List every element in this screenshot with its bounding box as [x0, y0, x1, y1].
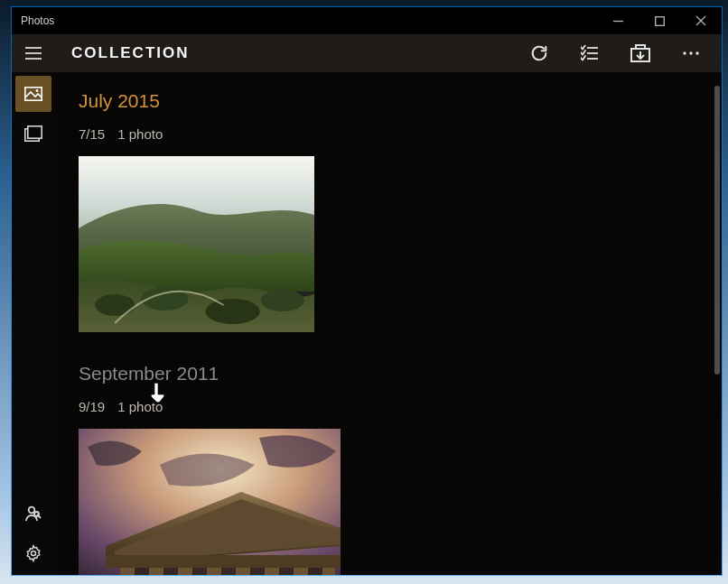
minimize-button[interactable] [597, 7, 639, 34]
photo-thumbnail[interactable] [79, 429, 341, 575]
svg-rect-19 [28, 126, 42, 138]
scrollbar-thumb[interactable] [714, 86, 720, 375]
svg-rect-1 [655, 16, 664, 25]
svg-point-27 [206, 299, 260, 324]
svg-rect-34 [149, 568, 163, 575]
svg-rect-44 [221, 568, 236, 575]
group-date: 9/19 [79, 399, 105, 414]
window-title: Photos [21, 14, 597, 27]
svg-rect-11 [636, 45, 645, 49]
svg-rect-36 [207, 568, 221, 575]
month-heading[interactable]: July 2015 [79, 90, 698, 112]
nav-sidebar [12, 72, 55, 575]
svg-rect-38 [265, 568, 279, 575]
svg-point-25 [95, 294, 135, 316]
svg-point-20 [29, 507, 35, 514]
svg-point-17 [36, 89, 39, 92]
maximize-button[interactable] [639, 7, 680, 34]
refresh-button[interactable] [514, 35, 565, 71]
svg-point-28 [261, 290, 304, 311]
hamburger-icon[interactable] [12, 34, 55, 72]
svg-point-14 [689, 51, 692, 54]
content-area: July 2015 7/151 photo [55, 72, 722, 575]
nav-sign-in[interactable] [15, 496, 51, 532]
svg-rect-41 [135, 568, 149, 575]
group-count: 1 photo [117, 399, 163, 414]
svg-rect-32 [106, 555, 341, 568]
nav-collection[interactable] [15, 76, 51, 112]
svg-rect-42 [163, 568, 178, 575]
svg-rect-39 [294, 568, 308, 575]
svg-point-23 [32, 552, 36, 556]
svg-rect-35 [178, 568, 192, 575]
svg-rect-40 [321, 568, 335, 575]
import-button[interactable] [615, 35, 666, 71]
svg-rect-33 [120, 568, 135, 575]
svg-point-22 [34, 512, 39, 516]
more-button[interactable] [666, 35, 716, 71]
close-button[interactable] [680, 7, 722, 34]
svg-rect-47 [308, 568, 322, 575]
nav-albums[interactable] [15, 116, 51, 152]
svg-rect-43 [192, 568, 207, 575]
select-button[interactable] [565, 35, 615, 71]
scrollbar[interactable] [711, 72, 722, 575]
group-subheading: 7/151 photo [79, 126, 698, 142]
svg-rect-46 [279, 568, 294, 575]
month-heading[interactable]: September 2011 [79, 363, 698, 385]
date-group: September 2011 9/191 photo [79, 363, 698, 575]
svg-point-15 [695, 51, 698, 54]
svg-rect-37 [236, 568, 250, 575]
group-count: 1 photo [117, 126, 163, 142]
group-subheading: 9/191 photo [79, 399, 698, 414]
photos-window: Photos COLLECTION [12, 7, 722, 575]
svg-point-13 [683, 51, 686, 54]
date-group: July 2015 7/151 photo [79, 90, 698, 332]
titlebar: Photos [12, 7, 722, 34]
nav-settings[interactable] [15, 535, 51, 571]
page-title: COLLECTION [55, 44, 514, 62]
photo-thumbnail[interactable] [79, 156, 314, 332]
command-bar: COLLECTION [12, 34, 722, 72]
group-date: 7/15 [79, 126, 105, 142]
svg-rect-45 [250, 568, 265, 575]
